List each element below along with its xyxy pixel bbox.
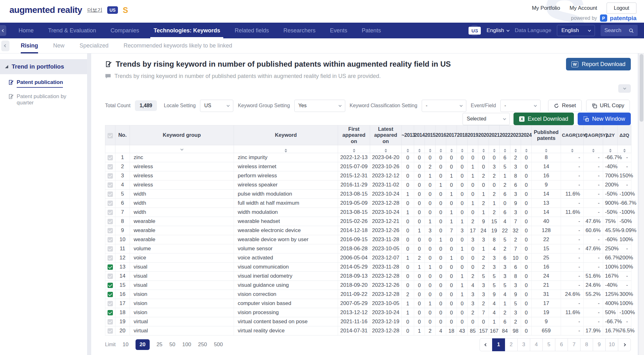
row-checkbox[interactable] bbox=[108, 182, 113, 188]
select-all-checkbox[interactable] bbox=[108, 133, 113, 138]
col-year-2014[interactable]: 2014 bbox=[414, 125, 425, 145]
row-checkbox[interactable] bbox=[108, 201, 113, 206]
page-scrollbar[interactable] bbox=[639, 53, 644, 355]
sort-toggle[interactable] bbox=[457, 145, 468, 153]
sort-toggle[interactable] bbox=[478, 145, 489, 153]
row-checkbox[interactable] bbox=[108, 301, 113, 306]
page-button-1[interactable]: 1 bbox=[492, 338, 505, 351]
col-cagr-5y[interactable]: CAGR(5Y) bbox=[584, 125, 603, 145]
col-year-2022[interactable]: 2022 bbox=[500, 125, 510, 145]
nav-item-trend-evaluation[interactable]: Trend & Evaluation bbox=[45, 23, 99, 38]
col-year-2020[interactable]: 2020 bbox=[478, 125, 489, 145]
col-year-2024[interactable]: 2024 bbox=[521, 125, 532, 145]
sort-toggle[interactable] bbox=[436, 145, 446, 153]
logout-button[interactable]: Logout bbox=[607, 3, 636, 14]
col-keyword[interactable]: Keyword bbox=[234, 125, 338, 145]
sort-toggle[interactable] bbox=[584, 145, 603, 153]
keyword-group-setting-select[interactable]: Yes bbox=[294, 100, 345, 112]
row-checkbox[interactable] bbox=[108, 210, 113, 215]
sort-toggle[interactable] bbox=[414, 145, 425, 153]
nav-collapse-left-icon[interactable] bbox=[0, 25, 6, 36]
tab-collapse-left-icon[interactable] bbox=[1, 41, 9, 51]
tab-recommended-keywords-likely-to-be-linked[interactable]: Recommended keywords likely to be linked bbox=[124, 38, 232, 53]
row-checkbox[interactable] bbox=[108, 191, 113, 197]
sort-toggle[interactable] bbox=[425, 145, 436, 153]
sort-toggle[interactable] bbox=[370, 145, 402, 153]
row-checkbox[interactable] bbox=[108, 274, 113, 279]
sort-toggle[interactable] bbox=[489, 145, 500, 153]
my-portfolio-link[interactable]: My Portfolio bbox=[532, 5, 560, 11]
page-next-button[interactable] bbox=[618, 338, 631, 351]
nav-item-related-fields[interactable]: Related fields bbox=[231, 23, 272, 38]
col-latest-appeared-on[interactable]: Latest appeared on bbox=[370, 125, 402, 145]
sort-toggle[interactable] bbox=[500, 145, 510, 153]
nav-item-events[interactable]: Events bbox=[327, 23, 350, 38]
limit-option-50[interactable]: 50 bbox=[169, 341, 175, 348]
row-checkbox[interactable] bbox=[108, 246, 113, 252]
col-year-2017[interactable]: 2017 bbox=[446, 125, 457, 145]
sidebar-section-trend-in-portfolios[interactable]: Trend in portfolios bbox=[0, 59, 87, 74]
tab-specialized[interactable]: Specialized bbox=[80, 38, 108, 53]
sort-toggle[interactable] bbox=[561, 145, 584, 153]
url-copy-button[interactable]: URL Copy bbox=[586, 100, 630, 112]
col-year-2021[interactable]: 2021 bbox=[489, 125, 500, 145]
sidebar-item-patent-publication-by-quarter[interactable]: Patent publication by quarter bbox=[0, 88, 87, 107]
col-select-all[interactable] bbox=[105, 125, 115, 145]
sidebar-item-patent-publication[interactable]: Patent publication bbox=[0, 74, 87, 88]
page-button-3[interactable]: 3 bbox=[517, 338, 530, 351]
ui-language-dropdown[interactable]: English bbox=[486, 27, 509, 34]
row-checkbox[interactable] bbox=[108, 228, 113, 233]
col-no[interactable]: No. bbox=[115, 125, 130, 145]
col-cagr-10y[interactable]: CAGR(10Y) bbox=[561, 125, 584, 145]
row-checkbox[interactable] bbox=[108, 328, 113, 334]
reset-button[interactable]: Reset bbox=[548, 100, 581, 112]
nav-item-researchers[interactable]: Researchers bbox=[280, 23, 319, 38]
nav-item-companies[interactable]: Companies bbox=[107, 23, 142, 38]
keyword-classification-select[interactable]: - bbox=[422, 100, 466, 112]
sort-toggle[interactable] bbox=[618, 145, 631, 153]
excel-download-button[interactable]: X Excel Download bbox=[514, 113, 574, 125]
scrollbar-thumb[interactable] bbox=[640, 54, 643, 122]
sort-toggle[interactable] bbox=[468, 145, 478, 153]
col-year-2013[interactable]: ~2013 bbox=[402, 125, 414, 145]
limit-option-500[interactable]: 500 bbox=[214, 341, 223, 348]
page-button-9[interactable]: 9 bbox=[593, 338, 606, 351]
sort-toggle[interactable] bbox=[521, 145, 532, 153]
event-field-select[interactable]: - bbox=[500, 100, 541, 112]
col-year-2016[interactable]: 2016 bbox=[436, 125, 446, 145]
row-checkbox[interactable] bbox=[108, 310, 113, 315]
page-button-2[interactable]: 2 bbox=[505, 338, 518, 351]
tab-new[interactable]: New bbox=[53, 38, 64, 53]
nav-item-technologies-keywords[interactable]: Technologies: Keywords bbox=[150, 23, 223, 38]
sort-toggle[interactable] bbox=[532, 145, 561, 153]
sort-toggle[interactable] bbox=[402, 145, 414, 153]
sort-toggle[interactable] bbox=[338, 145, 370, 153]
limit-option-100[interactable]: 100 bbox=[182, 341, 191, 348]
row-checkbox[interactable] bbox=[108, 255, 113, 261]
row-checkbox[interactable] bbox=[108, 283, 113, 288]
data-language-select[interactable]: English bbox=[557, 25, 595, 36]
sort-toggle[interactable] bbox=[510, 145, 521, 153]
limit-option-10[interactable]: 10 bbox=[123, 341, 129, 348]
nav-expand-right-icon[interactable] bbox=[471, 25, 478, 36]
col-year-2018[interactable]: 2018 bbox=[457, 125, 468, 145]
sort-toggle[interactable] bbox=[234, 145, 338, 153]
nav-item-home[interactable]: Home bbox=[15, 23, 37, 38]
page-button-10[interactable]: 10 bbox=[605, 338, 618, 351]
row-checkbox[interactable] bbox=[108, 292, 113, 297]
page-button-7[interactable]: 7 bbox=[568, 338, 580, 351]
tab-rising[interactable]: Rising bbox=[21, 38, 38, 53]
col-first-appeared-on[interactable]: First appeared on bbox=[338, 125, 370, 145]
col-year-2023[interactable]: 2023 bbox=[510, 125, 521, 145]
row-checkbox[interactable] bbox=[108, 164, 113, 169]
row-checkbox[interactable] bbox=[108, 264, 113, 270]
more-link[interactable]: 더보기 bbox=[87, 7, 102, 14]
limit-option-250[interactable]: 250 bbox=[198, 341, 207, 348]
page-prev-button[interactable] bbox=[480, 338, 492, 351]
keyword-group-filter-select[interactable] bbox=[130, 145, 234, 153]
selected-filter-select[interactable]: Selected bbox=[463, 113, 510, 125]
row-checkbox[interactable] bbox=[108, 237, 113, 242]
page-button-4[interactable]: 4 bbox=[530, 338, 543, 351]
col-2q[interactable]: Δ2Q bbox=[618, 125, 631, 145]
page-button-6[interactable]: 6 bbox=[555, 338, 568, 351]
